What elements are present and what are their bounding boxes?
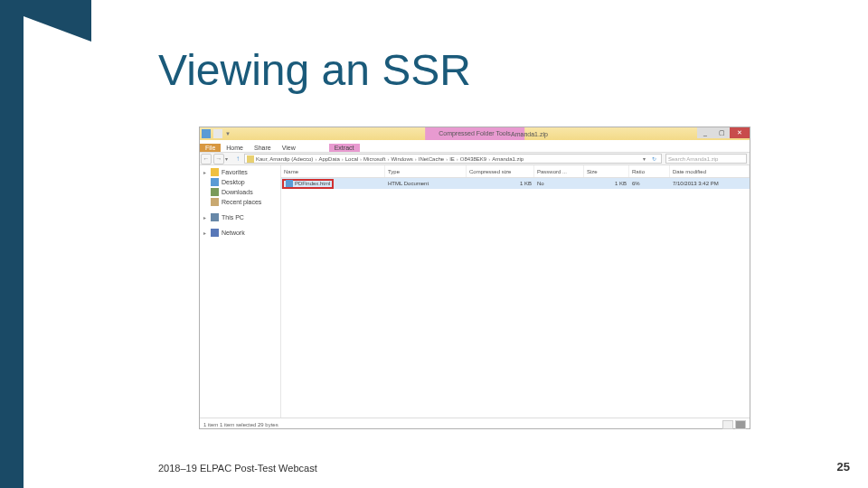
maximize-button[interactable]: ▢ <box>713 127 730 138</box>
column-headers: Name Type Compressed size Password ... S… <box>281 165 750 178</box>
col-password[interactable]: Password ... <box>534 165 584 177</box>
file-password: No <box>534 181 584 186</box>
tab-view[interactable]: View <box>277 144 301 152</box>
file-csize: 1 KB <box>467 181 534 186</box>
breadcrumb-segment[interactable]: Windows <box>391 156 412 162</box>
qat-icon[interactable] <box>213 129 222 138</box>
col-csize[interactable]: Compressed size <box>467 165 534 177</box>
app-icon <box>202 129 211 138</box>
minimize-button[interactable]: _ <box>697 127 713 138</box>
slide-side-bar <box>0 0 24 488</box>
sidebar-downloads[interactable]: Downloads <box>202 187 278 197</box>
tab-extract[interactable]: Extract <box>328 143 361 152</box>
slide-accent-triangle <box>24 16 91 42</box>
view-icons-button[interactable] <box>735 420 746 429</box>
close-button[interactable]: ✕ <box>730 127 750 138</box>
breadcrumb-segment[interactable]: Microsoft <box>363 156 385 162</box>
col-type[interactable]: Type <box>385 165 467 177</box>
breadcrumb-segment[interactable]: IE <box>449 156 455 162</box>
file-date: 7/10/2013 3:42 PM <box>670 181 750 186</box>
search-input[interactable]: Search Amanda1.zip <box>665 154 747 164</box>
sidebar-network[interactable]: ▸Network <box>202 228 278 238</box>
col-ratio[interactable]: Ratio <box>629 165 670 177</box>
breadcrumb-segment[interactable]: Amanda1.zip <box>492 156 524 162</box>
explorer-window: ▼ Compressed Folder Tools Amanda1.zip _ … <box>199 127 750 429</box>
breadcrumb-segment[interactable]: Kaur, Amardip (Adecco) <box>256 156 313 162</box>
tab-share[interactable]: Share <box>249 144 277 152</box>
file-type: HTML Document <box>385 181 467 186</box>
tab-file[interactable]: File <box>200 144 221 152</box>
up-button[interactable]: ↑ <box>233 155 242 163</box>
breadcrumb-segment[interactable]: O8438EK9 <box>460 156 486 162</box>
forward-button[interactable]: → <box>213 154 224 164</box>
sidebar-favorites[interactable]: ▸Favorites <box>202 167 278 177</box>
breadcrumb-segment[interactable]: INetCache <box>419 156 444 162</box>
view-details-button[interactable] <box>722 420 733 429</box>
file-size: 1 KB <box>584 181 629 186</box>
page-number: 25 <box>837 460 850 474</box>
file-row[interactable]: PDFindex.html HTML Document 1 KB No 1 KB… <box>281 178 750 189</box>
html-file-icon <box>286 180 293 187</box>
context-tab-label: Compressed Folder Tools <box>425 127 524 140</box>
sidebar-recent[interactable]: Recent places <box>202 197 278 207</box>
refresh-icon[interactable]: ↻ <box>652 155 656 162</box>
qat-dropdown-icon[interactable]: ▼ <box>225 131 231 136</box>
breadcrumb-segment[interactable]: Local <box>345 156 358 162</box>
slide-accent <box>24 0 91 16</box>
col-name[interactable]: Name <box>281 165 385 177</box>
nav-pane: ▸Favorites Desktop Downloads Recent plac… <box>200 165 281 418</box>
ribbon-tabs: File Home Share View Extract <box>200 140 750 153</box>
status-text: 1 item 1 item selected 29 bytes <box>203 422 278 427</box>
sidebar-desktop[interactable]: Desktop <box>202 177 278 187</box>
highlight-annotation: PDFindex.html <box>282 179 334 189</box>
title-bar[interactable]: ▼ Compressed Folder Tools Amanda1.zip _ … <box>200 127 750 140</box>
window-title: Amanda1.zip <box>511 131 548 137</box>
address-bar: ← → ▾ ↑ Kaur, Amardip (Adecco)› AppData›… <box>200 153 750 165</box>
col-date[interactable]: Date modified <box>670 165 750 177</box>
slide-title: Viewing an SSR <box>158 45 471 95</box>
status-bar: 1 item 1 item selected 29 bytes <box>200 418 750 430</box>
breadcrumb-dropdown-icon[interactable]: ▾ <box>643 155 646 162</box>
file-list: Name Type Compressed size Password ... S… <box>281 165 750 418</box>
col-size[interactable]: Size <box>584 165 629 177</box>
folder-icon <box>247 155 254 163</box>
breadcrumb[interactable]: Kaur, Amardip (Adecco)› AppData› Local› … <box>244 154 662 164</box>
file-name: PDFindex.html <box>295 181 330 186</box>
slide-footer: 2018–19 ELPAC Post-Test Webcast <box>158 463 317 474</box>
tab-home[interactable]: Home <box>221 144 249 152</box>
sidebar-thispc[interactable]: ▸This PC <box>202 212 278 222</box>
history-dropdown-icon[interactable]: ▾ <box>225 155 228 162</box>
breadcrumb-segment[interactable]: AppData <box>318 156 339 162</box>
back-button[interactable]: ← <box>201 154 212 164</box>
file-ratio: 6% <box>629 181 670 186</box>
